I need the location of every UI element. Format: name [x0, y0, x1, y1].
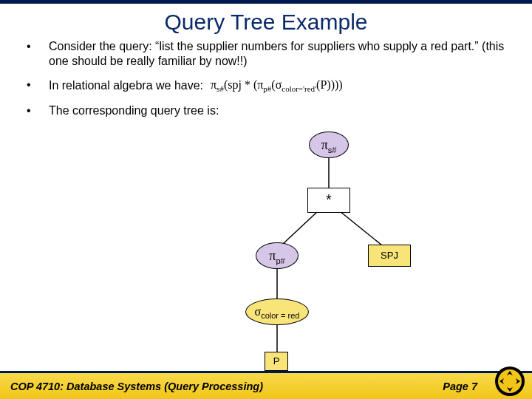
content-area: • Consider the query: “list the supplier…: [0, 39, 532, 118]
tree-node-join: *: [307, 188, 350, 213]
footer-bar: COP 4710: Database Systems (Query Proces…: [0, 371, 532, 399]
bullet-text: Consider the query: “list the supplier n…: [49, 39, 505, 69]
tree-node-project-p: πp#: [256, 242, 299, 269]
tree-node-p: P: [265, 352, 288, 371]
tree-node-project-s: πs#: [309, 132, 349, 158]
svg-line-2: [340, 211, 382, 245]
bullet-marker: •: [27, 39, 49, 69]
tree-node-spj: SPJ: [368, 245, 411, 267]
footer-page: Page 7: [443, 381, 477, 392]
bullet-item: • In relational algebra we have: πs#(spj…: [27, 78, 505, 95]
bullet-item: • The corresponding query tree is:: [27, 103, 505, 118]
svg-line-1: [283, 211, 318, 244]
tree-node-select-color: σcolor = red: [245, 299, 309, 325]
slide-title: Query Tree Example: [0, 4, 532, 39]
bullet-text: In relational algebra we have:: [49, 78, 203, 93]
relational-algebra-expression: πs#(spj * (πp#(σcolor='red'(P)))): [211, 78, 343, 95]
bullet-item: • Consider the query: “list the supplier…: [27, 39, 505, 69]
ucf-logo-icon: [494, 365, 526, 398]
footer-course: COP 4710: Database Systems (Query Proces…: [10, 381, 443, 392]
bullet-marker: •: [27, 103, 49, 118]
query-tree-diagram: πs# * πp# SPJ σcolor = red P: [0, 126, 532, 371]
bullet-text: The corresponding query tree is:: [49, 103, 505, 118]
bullet-marker: •: [27, 78, 49, 95]
